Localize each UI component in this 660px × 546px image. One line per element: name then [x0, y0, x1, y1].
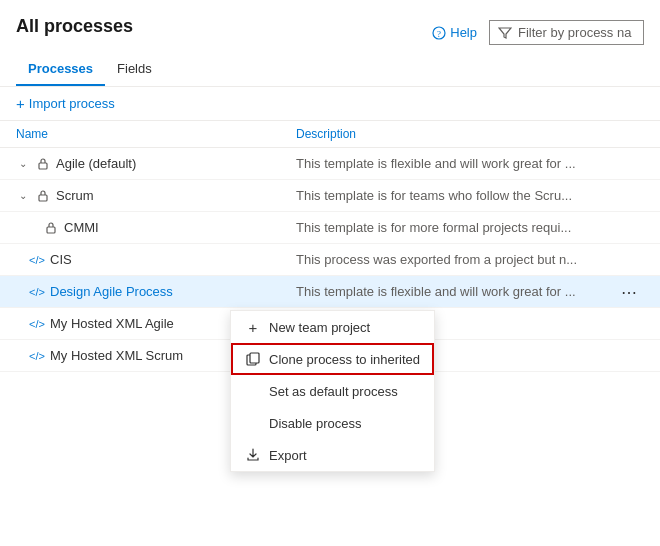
svg-rect-2	[39, 163, 47, 169]
table-row: CMMI This template is for more formal pr…	[0, 212, 660, 244]
row-name-cell: CMMI	[44, 220, 296, 235]
row-label: CIS	[50, 252, 72, 267]
context-menu-item-new-team-project[interactable]: + New team project	[231, 311, 434, 343]
table-header: Name Description	[0, 121, 660, 148]
export-icon	[245, 447, 261, 463]
tab-processes[interactable]: Processes	[16, 53, 105, 86]
row-name-cell: ⌄ Agile (default)	[16, 156, 296, 171]
ellipsis-button[interactable]: ⋯	[615, 280, 644, 303]
row-label: Scrum	[56, 188, 94, 203]
table-row: ⌄ Agile (default) This template is flexi…	[0, 148, 660, 180]
code-icon: </>	[30, 253, 44, 267]
row-description: This template is flexible and will work …	[296, 156, 644, 171]
tab-bar: Processes Fields	[0, 53, 660, 87]
plus-icon: +	[16, 95, 25, 112]
table-row[interactable]: </> Design Agile Process This template i…	[0, 276, 660, 308]
filter-input[interactable]: Filter by process na	[489, 20, 644, 45]
svg-rect-6	[250, 353, 259, 363]
row-description: This template is for more formal project…	[296, 220, 644, 235]
row-label[interactable]: Design Agile Process	[50, 284, 173, 299]
code-icon: </>	[30, 285, 44, 299]
page-header: All processes ? Help Filter by process n…	[0, 0, 660, 45]
context-menu-item-set-default[interactable]: Set as default process	[231, 375, 434, 407]
default-icon	[245, 383, 261, 399]
help-icon: ?	[432, 26, 446, 40]
row-label: My Hosted XML Scrum	[50, 348, 183, 363]
help-link[interactable]: ? Help	[432, 25, 477, 40]
row-name-cell: </> Design Agile Process	[16, 284, 296, 299]
code-icon: </>	[30, 349, 44, 363]
row-label: Agile (default)	[56, 156, 136, 171]
page-title: All processes	[16, 16, 133, 37]
lock-icon	[36, 157, 50, 171]
column-name: Name	[16, 127, 296, 141]
plus-icon: +	[245, 319, 261, 335]
context-menu-item-clone[interactable]: Clone process to inherited	[231, 343, 434, 375]
svg-rect-4	[47, 227, 55, 233]
row-description: This template is for teams who follow th…	[296, 188, 644, 203]
column-description: Description	[296, 127, 644, 141]
lock-icon	[44, 221, 58, 235]
table-row: </> CIS This process was exported from a…	[0, 244, 660, 276]
expand-icon[interactable]: ⌄	[16, 157, 30, 171]
context-menu-item-export[interactable]: Export	[231, 439, 434, 471]
clone-icon	[245, 351, 261, 367]
context-menu: + New team project Clone process to inhe…	[230, 310, 435, 472]
toolbar: + Import process	[0, 87, 660, 121]
lock-icon	[36, 189, 50, 203]
row-name-cell: ⌄ Scrum	[16, 188, 296, 203]
disable-icon	[245, 415, 261, 431]
row-name-cell: </> CIS	[16, 252, 296, 267]
code-icon: </>	[30, 317, 44, 331]
row-label: CMMI	[64, 220, 99, 235]
svg-text:?: ?	[437, 29, 441, 39]
svg-rect-3	[39, 195, 47, 201]
header-actions: ? Help Filter by process na	[432, 20, 644, 45]
row-label: My Hosted XML Agile	[50, 316, 174, 331]
filter-icon	[498, 26, 512, 40]
row-description: This template is flexible and will work …	[296, 284, 644, 299]
expand-icon[interactable]: ⌄	[16, 189, 30, 203]
table-row: ⌄ Scrum This template is for teams who f…	[0, 180, 660, 212]
row-description: This process was exported from a project…	[296, 252, 644, 267]
import-process-button[interactable]: + Import process	[16, 95, 115, 112]
context-menu-item-disable[interactable]: Disable process	[231, 407, 434, 439]
tab-fields[interactable]: Fields	[105, 53, 164, 86]
